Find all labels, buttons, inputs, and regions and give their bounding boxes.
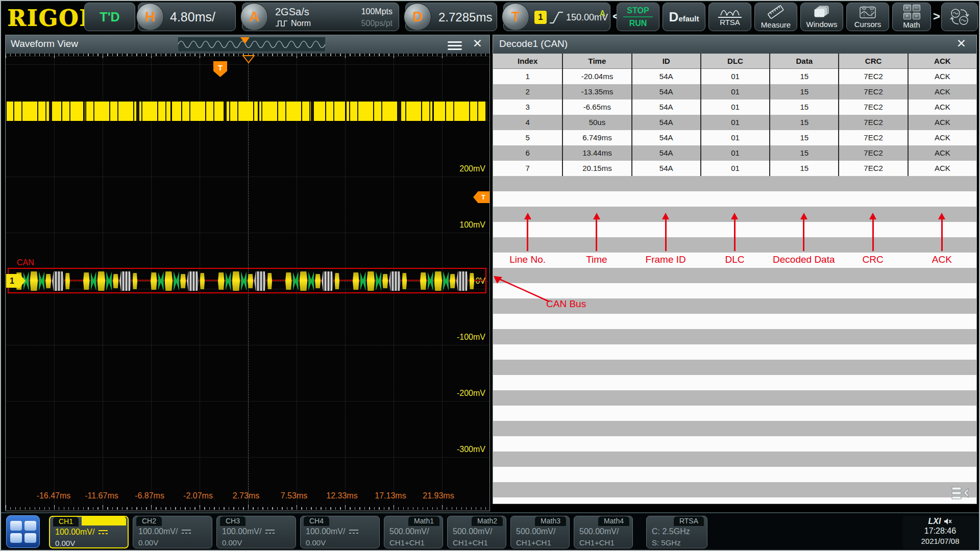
acquire-control[interactable]: A 2GSa/s Norm 100Mpts 500ps/pt [242, 3, 399, 31]
trigger-position-outline-marker[interactable] [242, 55, 255, 64]
trigger-control[interactable]: T 1 150.00mV A [503, 3, 610, 31]
math3-tab[interactable]: Math3 [535, 516, 566, 526]
cell[interactable]: 01 [700, 115, 769, 130]
cell[interactable]: 15 [769, 115, 838, 130]
cell[interactable]: ACK [908, 130, 976, 145]
math-button[interactable]: +−×÷ Math [892, 3, 931, 31]
decode-rows[interactable]: 1-20.04ms54A01157EC2ACK 2-13.35ms54A0115… [493, 69, 976, 176]
ch4-card[interactable]: CH4 100.00mV/ 0.00V [300, 516, 380, 548]
cell[interactable]: 01 [700, 84, 769, 99]
windows-button[interactable]: Windows [800, 3, 843, 31]
cell[interactable]: ACK [908, 145, 976, 161]
cell[interactable]: 15 [769, 130, 838, 145]
cell[interactable]: 4 [493, 115, 562, 130]
cell[interactable]: 15 [769, 84, 838, 99]
cell[interactable]: 7EC2 [838, 115, 907, 130]
math4-card[interactable]: Math4 500.00mV/ CH1+CH1 [574, 516, 633, 548]
rtsa-card[interactable]: RTSA C: 2.5GHz S: 5GHz [646, 516, 707, 548]
waveform-close-icon[interactable]: ✕ [473, 37, 482, 51]
rtsa-tab[interactable]: RTSA [674, 516, 704, 526]
toolbar-expand-chevron[interactable]: > [933, 9, 940, 23]
cell[interactable]: 15 [769, 69, 838, 84]
cell[interactable]: 6.749ms [562, 130, 631, 145]
annotation-label: Decoded Data [773, 254, 835, 265]
cell[interactable]: 54A [631, 145, 700, 161]
acquire-badge[interactable]: A [240, 3, 268, 31]
cell[interactable]: 13.44ms [562, 145, 631, 161]
cell[interactable]: -13.35ms [562, 84, 631, 99]
cell[interactable]: ACK [908, 99, 976, 115]
trigger-status[interactable]: T'D [84, 3, 135, 31]
cell[interactable]: -6.65ms [562, 99, 631, 115]
cell[interactable]: ACK [908, 69, 976, 84]
math3-card[interactable]: Math3 500.00mV/ CH1+CH1 [510, 516, 570, 548]
delay-control[interactable]: D 2.7285ms [405, 3, 497, 31]
math2-tab[interactable]: Math2 [472, 516, 503, 526]
cursors-button[interactable]: A B Cursors [846, 3, 889, 31]
cell[interactable]: 01 [700, 161, 769, 176]
cell[interactable]: 01 [700, 145, 769, 161]
source-swap-button[interactable] [941, 3, 978, 31]
cell[interactable]: 01 [700, 130, 769, 145]
cell[interactable]: 7EC2 [838, 130, 907, 145]
cell[interactable]: 3 [493, 99, 562, 115]
cell[interactable]: 6 [493, 145, 562, 161]
cell[interactable]: 54A [631, 99, 700, 115]
ch4-tab[interactable]: CH4 [304, 516, 329, 526]
cell[interactable]: 01 [700, 99, 769, 115]
measure-label: Measure [761, 20, 791, 29]
default-button[interactable]: Default [663, 3, 705, 31]
delay-badge[interactable]: D [404, 3, 431, 31]
math2-card[interactable]: Math2 500.00mV/ CH1+CH1 [447, 516, 506, 548]
overview-position-marker[interactable] [240, 37, 250, 44]
cell[interactable]: 7EC2 [838, 69, 907, 84]
cell[interactable]: 7EC2 [838, 84, 907, 99]
cell[interactable]: 54A [631, 130, 700, 145]
cell[interactable]: 7EC2 [838, 145, 907, 161]
cell[interactable]: 54A [631, 69, 700, 84]
trigger-badge[interactable]: T [502, 3, 529, 31]
cell[interactable]: 20.15ms [562, 161, 631, 176]
ch1-card[interactable]: CH1 100.00mV/ 0.00V [49, 516, 129, 548]
decode-close-icon[interactable]: ✕ [957, 37, 966, 51]
cell[interactable]: 50us [562, 115, 631, 130]
cell[interactable]: 54A [631, 161, 700, 176]
cell[interactable]: 54A [631, 115, 700, 130]
cell[interactable]: 2 [493, 84, 562, 99]
cell[interactable]: 15 [769, 99, 838, 115]
measure-button[interactable]: Measure [754, 3, 797, 31]
cell[interactable]: 7EC2 [838, 99, 907, 115]
cell[interactable]: ACK [908, 115, 976, 130]
horizontal-badge[interactable]: H [136, 3, 164, 31]
cell[interactable]: 7EC2 [838, 161, 907, 176]
math4-tab[interactable]: Math4 [598, 516, 629, 526]
cell[interactable]: 54A [631, 84, 700, 99]
annotation-label: CRC [862, 254, 883, 265]
horizontal-control[interactable]: H 4.80ms/ [138, 3, 236, 31]
ch3-card[interactable]: CH3 100.00mV/ 0.00V [216, 516, 296, 548]
cell[interactable]: 15 [769, 145, 838, 161]
math1-card[interactable]: Math1 500.00mV/ CH1+CH1 [384, 516, 443, 548]
ch1-tab[interactable]: CH1 [53, 517, 79, 527]
cell[interactable]: -20.04ms [562, 69, 631, 84]
cell[interactable]: ACK [908, 84, 976, 99]
stop-run-button[interactable]: STOP RUN [617, 3, 659, 31]
waveform-menu-icon[interactable] [448, 39, 462, 52]
rtsa-button[interactable]: RTSA [708, 3, 751, 31]
apps-grid-button[interactable] [6, 515, 40, 548]
math1-tab[interactable]: Math1 [408, 516, 439, 526]
table-collapse-icon[interactable] [951, 486, 970, 500]
cell[interactable]: 01 [700, 69, 769, 84]
ch3-tab[interactable]: CH3 [220, 516, 246, 526]
speaker-muted-icon [944, 518, 952, 525]
timebase-overview-strip[interactable] [178, 37, 326, 52]
ch2-tab[interactable]: CH2 [136, 516, 162, 526]
cell[interactable]: 5 [493, 130, 562, 145]
t-label: -2.07ms [175, 491, 222, 500]
cell[interactable]: 1 [493, 69, 562, 84]
cell[interactable]: 15 [769, 161, 838, 176]
cell[interactable]: 7 [493, 161, 562, 176]
ch2-card[interactable]: CH2 100.00mV/ 0.00V [133, 516, 212, 548]
cell[interactable]: ACK [908, 161, 976, 176]
system-info-block[interactable]: LXI 17:28:46 2021/07/08 [902, 516, 978, 548]
